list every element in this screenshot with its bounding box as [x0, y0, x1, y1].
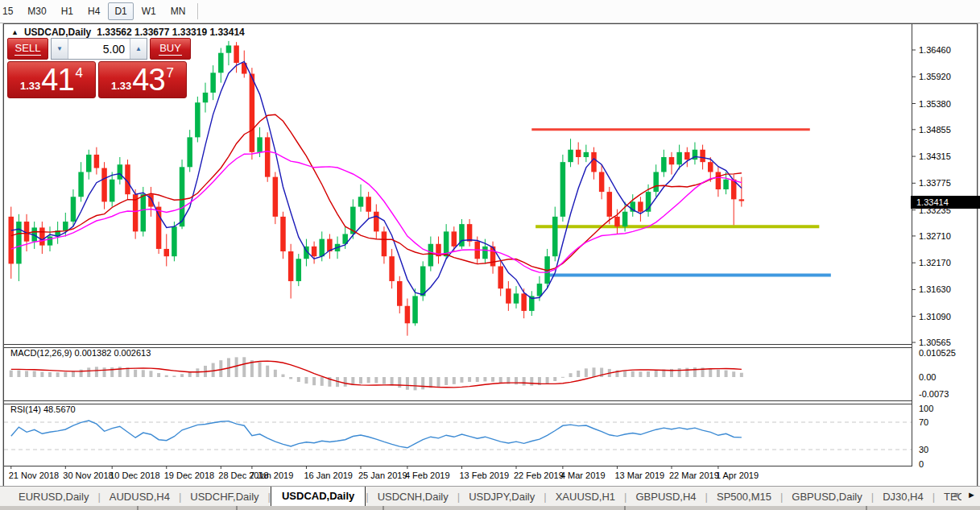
buy-price-prefix: 1.33	[111, 80, 131, 92]
timeframe-w1[interactable]: W1	[135, 2, 163, 20]
svg-text:13 Mar 2019: 13 Mar 2019	[614, 471, 664, 480]
timeframe-15[interactable]: 15	[1, 2, 19, 20]
bottom-strip	[0, 506, 980, 510]
svg-text:1.30565: 1.30565	[919, 338, 951, 347]
sell-price-prefix: 1.33	[20, 80, 40, 92]
strip-notch	[624, 506, 626, 510]
svg-text:25 Jan 2019: 25 Jan 2019	[358, 471, 407, 480]
svg-text:30 Nov 2018: 30 Nov 2018	[63, 471, 113, 480]
chart-tab-bar: EURUSD,Daily|AUDUSD,H4|USDCHF,Daily|USDC…	[0, 486, 980, 507]
buy-button-label: BUY	[159, 42, 182, 56]
strip-notch	[137, 506, 139, 510]
svg-text:100: 100	[919, 404, 933, 413]
timeframe-mn[interactable]: MN	[164, 2, 192, 20]
tab-scroll-left-icon[interactable]: ◄	[951, 490, 960, 500]
tab-sp500-m15[interactable]: SP500,M15	[708, 487, 780, 507]
svg-text:1.36460: 1.36460	[919, 45, 951, 55]
collapse-chart-icon[interactable]: ▲	[11, 28, 19, 36]
svg-text:10 Dec 2018: 10 Dec 2018	[110, 471, 159, 480]
tab-gbpusd-h4[interactable]: GBPUSD,H4	[626, 487, 705, 507]
svg-text:22 Feb 2019: 22 Feb 2019	[514, 471, 564, 480]
toolbar-separator	[197, 3, 198, 19]
svg-text:13 Feb 2019: 13 Feb 2019	[459, 471, 509, 480]
strip-notch	[382, 506, 384, 510]
sell-button-label: SELL	[14, 42, 42, 56]
svg-text:1.35920: 1.35920	[919, 72, 951, 81]
svg-text:1.34315: 1.34315	[919, 151, 951, 161]
svg-text:16 Jan 2019: 16 Jan 2019	[304, 471, 353, 480]
current-price-badge: 1.33414	[911, 196, 980, 209]
volume-decrease-button[interactable]: ▼	[52, 39, 68, 59]
svg-text:70: 70	[919, 417, 928, 427]
buy-button[interactable]: BUY	[150, 38, 191, 60]
svg-text:19 Dec 2018: 19 Dec 2018	[164, 471, 214, 480]
volume-increase-button[interactable]: ▲	[130, 39, 147, 59]
svg-text:0: 0	[919, 459, 924, 469]
one-click-trading-panel: SELL ▼ ▲ BUY 1.33 41	[7, 38, 191, 98]
strip-notch	[866, 506, 867, 510]
svg-text:21 Nov 2018: 21 Nov 2018	[9, 471, 59, 480]
svg-text:0.010525: 0.010525	[919, 348, 956, 358]
macd-indicator-label: MACD(12,26,9) 0.001382 0.002613	[10, 348, 151, 358]
tab-usdchf-daily[interactable]: USDCHF,Daily	[181, 487, 267, 507]
svg-text:7 Jan 2019: 7 Jan 2019	[250, 471, 293, 480]
svg-text:30: 30	[919, 445, 928, 454]
timeframe-toolbar: 15M30H1H4D1W1MN	[0, 0, 980, 23]
svg-text:1.32170: 1.32170	[919, 258, 951, 267]
chart-title: ▲ USDCAD,Daily 1.33562 1.33677 1.33319 1…	[11, 27, 245, 38]
svg-text:1.31090: 1.31090	[919, 312, 951, 321]
svg-text:1 Apr 2019: 1 Apr 2019	[716, 471, 759, 480]
buy-price-quote[interactable]: 1.33 43 7	[98, 61, 187, 98]
triangle-down-icon: ▼	[56, 45, 63, 52]
tab-scroll-right-icon[interactable]: ►	[967, 490, 976, 500]
sell-price-quote[interactable]: 1.33 41 4	[7, 61, 96, 98]
svg-text:1.33775: 1.33775	[919, 178, 951, 188]
sell-price-pip: 4	[76, 65, 83, 81]
svg-text:1.32710: 1.32710	[919, 231, 951, 241]
timeframe-d1[interactable]: D1	[108, 2, 133, 20]
volume-stepper: ▼ ▲	[51, 38, 147, 60]
sell-button[interactable]: SELL	[7, 38, 48, 60]
chart-symbol-label: USDCAD,Daily	[24, 27, 91, 38]
svg-text:-0.0073: -0.0073	[919, 389, 949, 399]
tab-xauusd-h1[interactable]: XAUUSD,H1	[547, 487, 624, 507]
rsi-indicator-label: RSI(14) 48.5670	[10, 404, 76, 414]
timeframe-m30[interactable]: M30	[21, 2, 52, 20]
timeframe-h4[interactable]: H4	[81, 2, 106, 20]
tab-dj30-h4[interactable]: DJ30,H4	[874, 487, 932, 507]
tab-usdjpy-daily[interactable]: USDJPY,Daily	[460, 487, 544, 507]
tab-usdcad-daily[interactable]: USDCAD,Daily	[271, 487, 366, 506]
buy-price-big: 43	[132, 64, 164, 96]
svg-text:4 Mar 2019: 4 Mar 2019	[560, 471, 606, 480]
timeframe-h1[interactable]: H1	[55, 2, 80, 20]
chart-window: 1.364601.359201.353801.348551.343151.337…	[3, 23, 978, 487]
triangle-up-icon: ▲	[135, 45, 142, 52]
chart-tab-list: EURUSD,Daily|AUDUSD,H4|USDCHF,Daily|USDC…	[0, 487, 961, 507]
chart-ohlc-values: 1.33562 1.33677 1.33319 1.33414	[97, 27, 245, 38]
svg-text:1.31630: 1.31630	[919, 284, 951, 294]
svg-text:1.35380: 1.35380	[919, 99, 951, 109]
sell-price-big: 41	[41, 64, 73, 96]
buy-price-pip: 7	[167, 65, 174, 81]
svg-text:22 Mar 2019: 22 Mar 2019	[669, 471, 719, 480]
svg-text:0.00: 0.00	[919, 372, 936, 382]
tab-gbpusd-daily[interactable]: GBPUSD,Daily	[783, 487, 870, 507]
svg-text:1.34855: 1.34855	[919, 125, 951, 135]
strip-notch	[236, 506, 238, 510]
tab-audusd-h4[interactable]: AUDUSD,H4	[101, 487, 179, 507]
mt4-screen: 15M30H1H4D1W1MN 1.364601.359201.353801.3…	[0, 0, 980, 510]
volume-input[interactable]	[68, 39, 130, 59]
tab-eurusd-daily[interactable]: EURUSD,Daily	[10, 487, 97, 507]
svg-text:4 Feb 2019: 4 Feb 2019	[405, 471, 450, 480]
tab-usdcnh-daily[interactable]: USDCNH,Daily	[369, 487, 457, 507]
